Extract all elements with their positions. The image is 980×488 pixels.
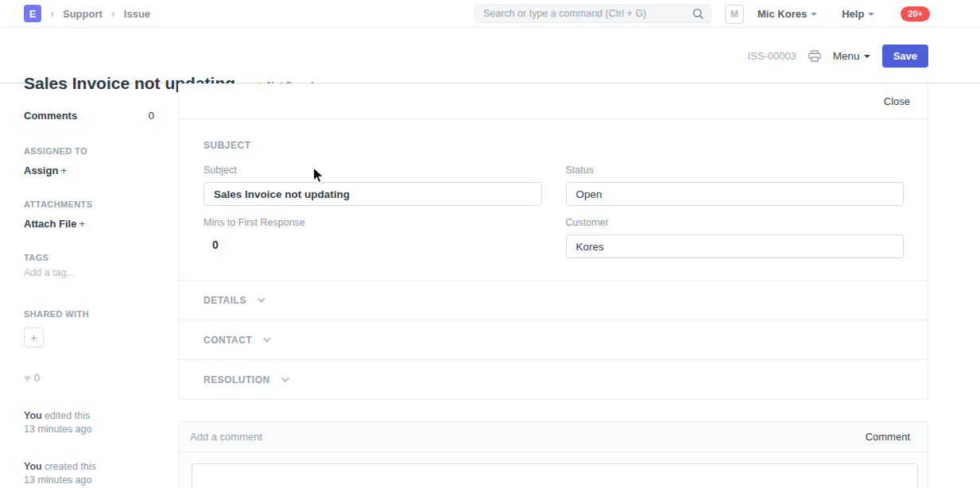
field-mins-to-first-response: Mins to First Response 0 <box>203 217 542 258</box>
comments-label: Comments <box>24 110 77 122</box>
share-row: + <box>24 327 154 347</box>
mins-value: 0 <box>203 238 542 251</box>
page-head-actions: ISS-00003 Menu Save <box>747 29 928 83</box>
plus-icon: + <box>30 331 37 344</box>
section-details[interactable]: DETAILS <box>179 280 928 320</box>
customer-input[interactable] <box>566 234 904 258</box>
section-contact[interactable]: CONTACT <box>179 320 928 359</box>
sidebar-item-attach-file[interactable]: Attach File+ <box>24 216 154 230</box>
chevron-down-icon <box>258 295 265 303</box>
activity-who: You <box>24 410 42 421</box>
breadcrumb-issue[interactable]: Issue <box>124 8 150 20</box>
comment-editor[interactable] <box>192 463 918 488</box>
activity-when: 13 minutes ago <box>24 423 154 436</box>
like-count: 0 <box>34 372 40 384</box>
breadcrumb-support[interactable]: Support <box>63 8 103 20</box>
comment-section: Add a comment Comment <box>178 421 928 488</box>
activity-entry: You created this 13 minutes ago <box>24 460 154 487</box>
activity-action: created this <box>45 461 96 472</box>
app-logo[interactable]: E <box>24 5 41 22</box>
add-tag-input[interactable]: Add a tag... <box>24 267 154 278</box>
global-search[interactable] <box>475 4 711 23</box>
print-icon[interactable] <box>808 50 821 62</box>
save-button[interactable]: Save <box>882 45 928 68</box>
resolution-heading: RESOLUTION <box>203 374 270 385</box>
status-input[interactable] <box>566 182 904 206</box>
status-field-label: Status <box>566 165 904 176</box>
plus-icon: + <box>79 218 85 230</box>
activity-entry: You edited this 13 minutes ago <box>24 409 154 436</box>
add-share-button[interactable]: + <box>24 327 44 347</box>
app-window: E › Support › Issue M Mic Kores Help <box>0 0 980 488</box>
page-head: Sales Invoice not updating Not Saved ISS… <box>0 29 980 83</box>
caret-down-icon <box>811 13 817 16</box>
plus-icon: + <box>60 165 67 176</box>
document-id: ISS-00003 <box>747 50 796 62</box>
collapsed-sections: DETAILS CONTACT RESOLUTION <box>179 280 928 399</box>
field-customer: Customer <box>566 217 904 258</box>
attachments-heading: ATTACHMENTS <box>24 199 154 209</box>
navbar-right: M Mic Kores Help 20+ <box>725 0 930 28</box>
close-button[interactable]: Close <box>884 95 910 107</box>
comment-header: Add a comment Comment <box>179 422 928 452</box>
menu-label: Menu <box>833 50 860 62</box>
shared-with-heading: SHARED WITH <box>24 309 154 319</box>
customer-field-label: Customer <box>566 217 904 229</box>
like-button[interactable]: ♥ 0 <box>24 372 154 384</box>
user-name: Mic Kores <box>757 8 807 20</box>
contact-heading: CONTACT <box>203 335 252 346</box>
subject-field-label: Subject <box>203 165 542 176</box>
activity-when: 13 minutes ago <box>24 474 154 487</box>
form-sidebar: Comments 0 ASSIGNED TO Assign+ ATTACHMEN… <box>0 83 178 488</box>
heart-icon: ♥ <box>24 372 31 384</box>
sidebar-item-assign[interactable]: Assign+ <box>24 163 154 177</box>
help-menu[interactable]: Help <box>842 8 874 20</box>
sidebar-item-comments[interactable]: Comments 0 <box>24 110 154 122</box>
add-comment-label: Add a comment <box>190 431 262 443</box>
notifications-badge[interactable]: 20+ <box>901 6 930 21</box>
menu-dropdown[interactable]: Menu <box>833 50 870 62</box>
subject-input[interactable] <box>203 182 542 206</box>
activity-who: You <box>24 461 42 472</box>
chevron-right-icon: › <box>50 6 54 20</box>
form-toolbar: Close <box>179 83 928 119</box>
field-status: Status <box>566 165 904 206</box>
caret-down-icon <box>868 13 874 16</box>
assign-label: Assign <box>24 165 58 176</box>
subject-section-heading: SUBJECT <box>203 140 904 151</box>
mins-field-label: Mins to First Response <box>203 217 542 229</box>
attach-file-label: Attach File <box>24 218 76 230</box>
field-subject: Subject <box>203 165 542 206</box>
comments-count: 0 <box>149 110 154 122</box>
assigned-to-heading: ASSIGNED TO <box>24 146 154 156</box>
chevron-down-icon <box>281 374 289 382</box>
issue-form: Close SUBJECT Subject Status Mins to Fir… <box>178 83 928 400</box>
navbar: E › Support › Issue M Mic Kores Help <box>0 0 980 28</box>
search-input[interactable] <box>483 8 692 19</box>
help-label: Help <box>842 8 864 20</box>
user-avatar[interactable]: M <box>725 5 744 24</box>
comment-button[interactable]: Comment <box>866 431 910 443</box>
caret-down-icon <box>864 55 870 58</box>
subject-section: SUBJECT Subject Status Mins to First Res… <box>179 119 928 258</box>
details-heading: DETAILS <box>203 295 246 306</box>
chevron-down-icon <box>263 335 271 343</box>
chevron-right-icon: › <box>111 6 115 20</box>
section-resolution[interactable]: RESOLUTION <box>179 359 928 399</box>
search-icon <box>692 8 704 20</box>
activity-action: edited this <box>45 410 90 421</box>
tags-heading: TAGS <box>24 253 154 262</box>
user-menu[interactable]: Mic Kores <box>757 8 817 20</box>
